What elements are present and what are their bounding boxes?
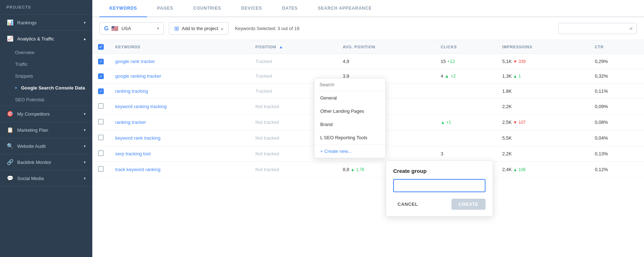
col-header-position[interactable]: POSITION ▲ <box>250 40 337 54</box>
tab-dates[interactable]: DATES <box>272 0 308 17</box>
sidebar-item-label: My Competitors <box>17 111 50 117</box>
tabs-nav: KEYWORDS PAGES COUNTRIES DEVICES DATES S… <box>92 0 644 17</box>
marketing-icon: 📋 <box>6 127 14 133</box>
sidebar-subitem-google-search-console[interactable]: Google Search Console Data <box>0 82 92 94</box>
dropdown-item-other-landing[interactable]: Other Landing Pages <box>314 105 385 118</box>
chevron-up-icon: ▴ <box>84 37 86 41</box>
dropdown-search-input[interactable] <box>319 82 380 87</box>
select-all-checkbox[interactable]: ✓ <box>98 44 104 50</box>
social-icon: 💬 <box>6 175 14 181</box>
create-group-actions: CANCEL CREATE <box>393 199 486 210</box>
sidebar-subitem-snippets[interactable]: Snippets <box>0 70 92 82</box>
tab-countries[interactable]: COUNTRIES <box>183 0 231 17</box>
chevron-down-icon: ▾ <box>84 112 86 116</box>
row-checkbox-cell[interactable] <box>92 114 109 130</box>
toolbar: G 🇺🇸 USA ▾ ⊞ Add to the project ▴ Keywor… <box>92 17 644 40</box>
row-checkbox-cell[interactable]: ✓ <box>92 69 109 84</box>
analytics-icon: 📈 <box>6 35 14 42</box>
row-checkbox[interactable]: ✓ <box>98 59 104 64</box>
dropdown-search-wrap <box>314 78 385 91</box>
keyword-cell: track keyword ranking <box>109 161 250 177</box>
row-checkbox-cell[interactable]: ✓ <box>92 84 109 99</box>
row-checkbox[interactable] <box>98 166 104 172</box>
impressions-cell: 2,2K <box>497 98 589 114</box>
dropdown-item-brand[interactable]: Brand <box>314 118 385 131</box>
tab-pages[interactable]: PAGES <box>147 0 183 17</box>
active-dot <box>15 87 17 89</box>
row-checkbox[interactable] <box>98 103 104 109</box>
chevron-down-icon: ▾ <box>84 176 86 181</box>
ctr-cell: 0,08% <box>589 114 644 130</box>
clicks-cell <box>435 130 497 146</box>
sidebar-item-analytics-traffic[interactable]: 📈 Analytics & Traffic ▴ <box>0 31 92 47</box>
chevron-down-icon: ▾ <box>157 26 159 31</box>
ctr-cell: 0,04% <box>589 130 644 146</box>
create-button[interactable]: CREATE <box>452 199 486 210</box>
sidebar-item-website-audit[interactable]: 🔍 Website Audit ▾ <box>0 138 92 154</box>
chevron-down-icon: ▾ <box>84 128 86 132</box>
row-checkbox[interactable] <box>98 119 104 125</box>
search-input[interactable] <box>558 23 637 34</box>
row-checkbox[interactable] <box>98 150 104 156</box>
country-selector[interactable]: G 🇺🇸 USA ▾ <box>99 22 164 35</box>
tab-devices[interactable]: DEVICES <box>231 0 272 17</box>
rankings-icon: 📊 <box>6 19 14 26</box>
row-checkbox-cell[interactable] <box>92 98 109 114</box>
sidebar-header: PROJECTS <box>0 0 92 15</box>
keyword-cell: ranking tracking <box>109 84 250 99</box>
impressions-cell: 2,4K ▲ 106 <box>497 161 589 177</box>
sidebar-item-label: Marketing Plan <box>17 127 48 133</box>
keyword-cell: keyword rank tracking <box>109 130 250 146</box>
col-header-checkbox[interactable]: ✓ <box>92 40 109 54</box>
clicks-cell: ▲ +1 <box>435 114 497 130</box>
close-icon[interactable]: ✕ <box>629 26 633 31</box>
col-header-impressions: IMPRESSIONS <box>497 40 589 54</box>
chevron-up-icon: ▴ <box>221 26 223 31</box>
sidebar-item-social-media[interactable]: 💬 Social Media ▾ <box>0 170 92 186</box>
row-checkbox[interactable] <box>98 135 104 140</box>
tab-keywords[interactable]: KEYWORDS <box>99 0 147 17</box>
col-header-clicks: CLICKS <box>435 40 497 54</box>
keyword-cell: keyword ranking tracking <box>109 98 250 114</box>
col-header-keywords: KEYWORDS <box>109 40 250 54</box>
row-checkbox-cell[interactable] <box>92 161 109 177</box>
subitem-label: Snippets <box>15 73 33 79</box>
sidebar-subitem-traffic[interactable]: Traffic <box>0 58 92 70</box>
sidebar-subitem-overview[interactable]: Overview <box>0 47 92 58</box>
tab-search-appearance[interactable]: SEARCH APPEARANCE <box>308 0 382 17</box>
keyword-cell: google rank tracker <box>109 54 250 69</box>
sidebar-item-my-competitors[interactable]: 🎯 My Competitors ▾ <box>0 106 92 122</box>
create-group-input[interactable] <box>393 179 486 192</box>
plus-icon: ⊞ <box>174 25 179 32</box>
clicks-cell <box>435 98 497 114</box>
create-group-title: Create group <box>393 168 486 174</box>
backlink-icon: 🔗 <box>6 159 14 165</box>
sidebar-item-rankings[interactable]: 📊 Rankings ▾ <box>0 15 92 30</box>
row-checkbox-cell[interactable] <box>92 130 109 146</box>
dropdown-item-l-seo[interactable]: L SEO Reporting Tools <box>314 131 385 144</box>
sidebar-item-backlink-monitor[interactable]: 🔗 Backlink Monitor ▾ <box>0 154 92 170</box>
sidebar-item-marketing-plan[interactable]: 📋 Marketing Plan ▾ <box>0 122 92 138</box>
ctr-cell: 0,13% <box>589 146 644 161</box>
sidebar: PROJECTS 📊 Rankings ▾ 📈 Analytics & Traf… <box>0 0 92 257</box>
impressions-cell: 5,5K <box>497 130 589 146</box>
add-to-project-button[interactable]: ⊞ Add to the project ▴ <box>169 22 229 35</box>
table-row: track keyword ranking Not tracked 8,8 ▲ … <box>92 161 644 177</box>
cancel-button[interactable]: CANCEL <box>393 199 422 210</box>
row-checkbox-cell[interactable]: ✓ <box>92 54 109 69</box>
ctr-cell: 0,32% <box>589 69 644 84</box>
dropdown-item-general[interactable]: General <box>314 91 385 105</box>
position-cell: Tracked <box>250 54 337 69</box>
country-value: USA <box>121 26 131 31</box>
row-checkbox[interactable]: ✓ <box>98 88 104 94</box>
position-cell: Not tracked <box>250 161 337 177</box>
row-checkbox[interactable]: ✓ <box>98 73 104 79</box>
sidebar-item-label: Backlink Monitor <box>17 160 51 165</box>
row-checkbox-cell[interactable] <box>92 146 109 161</box>
sidebar-subitem-seo-potential[interactable]: SEO Potential <box>0 94 92 106</box>
main-content: KEYWORDS PAGES COUNTRIES DEVICES DATES S… <box>92 0 644 257</box>
dropdown-item-create-new[interactable]: + Create new... <box>314 144 385 158</box>
subitem-label: Google Search Console Data <box>21 85 85 91</box>
col-header-ctr: CTR <box>589 40 644 54</box>
chevron-down-icon: ▾ <box>84 20 86 25</box>
